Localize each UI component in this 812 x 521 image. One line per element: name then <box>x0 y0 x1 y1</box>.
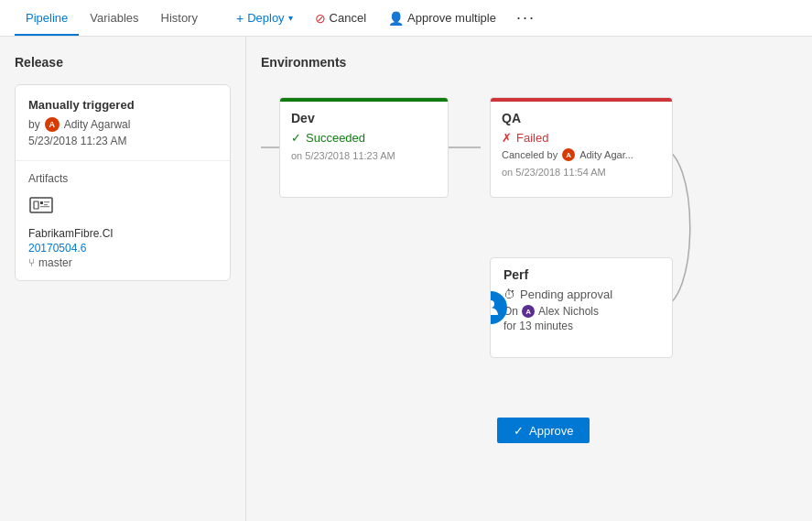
perf-approver: On A Alex Nichols <box>503 305 661 318</box>
svg-rect-2 <box>40 201 43 204</box>
cancel-button[interactable]: ⊘ Cancel <box>306 6 375 30</box>
artifact-branch: ⑂ master <box>28 256 217 269</box>
x-icon: ✗ <box>502 131 512 145</box>
svg-rect-3 <box>44 201 49 202</box>
release-title: Release <box>15 55 231 70</box>
qa-date: on 5/23/2018 11:54 AM <box>502 167 661 178</box>
top-nav: Pipeline Variables History + Deploy ▾ ⊘ … <box>0 0 812 37</box>
avatar-qa: A <box>562 148 575 161</box>
qa-status: ✗ Failed <box>502 131 661 145</box>
env-area: Dev ✓ Succeeded on 5/23/2018 11:23 AM QA <box>261 88 797 472</box>
by-label: by <box>28 118 40 131</box>
perf-status: ⏱ Pending approval <box>503 288 661 301</box>
chevron-down-icon: ▾ <box>288 13 293 23</box>
dev-name: Dev <box>291 111 437 125</box>
svg-rect-5 <box>40 206 49 207</box>
env-card-perf: Perf ⏱ Pending approval On A Alex Nichol… <box>490 257 673 358</box>
approve-button[interactable]: ✓ Approve <box>497 418 590 443</box>
perf-wait: for 13 minutes <box>503 320 661 332</box>
person-approval-icon <box>490 298 500 317</box>
nav-actions: + Deploy ▾ ⊘ Cancel 👤 Approve multiple ·… <box>227 5 543 31</box>
left-panel: Release Manually triggered by A Adity Ag… <box>0 37 245 521</box>
approve-check-icon: ✓ <box>514 424 524 438</box>
person-icon: 👤 <box>388 11 404 26</box>
deploy-button[interactable]: + Deploy ▾ <box>227 6 302 30</box>
dev-status: ✓ Succeeded <box>291 131 437 145</box>
right-panel: Environments Dev <box>246 37 812 521</box>
artifacts-label: Artifacts <box>28 172 217 185</box>
tab-variables[interactable]: Variables <box>79 2 149 36</box>
app-container: Pipeline Variables History + Deploy ▾ ⊘ … <box>0 0 812 521</box>
by-name: Adity Agarwal <box>64 118 131 131</box>
artifact-name: FabrikamFibre.CI <box>28 227 217 240</box>
release-card: Manually triggered by A Adity Agarwal 5/… <box>15 84 231 281</box>
svg-rect-1 <box>34 201 38 209</box>
env-card-qa: QA ✗ Failed Canceled by A Adity Agar... … <box>490 97 673 198</box>
nav-tabs: Pipeline Variables History <box>15 2 209 35</box>
tab-history[interactable]: History <box>150 2 209 36</box>
environments-title: Environments <box>261 55 797 70</box>
release-by-row: by A Adity Agarwal <box>28 117 217 132</box>
perf-name: Perf <box>503 267 661 282</box>
cancel-icon: ⊘ <box>315 11 326 26</box>
artifact-version[interactable]: 20170504.6 <box>28 242 217 255</box>
release-date: 5/23/2018 11:23 AM <box>28 135 217 147</box>
check-icon: ✓ <box>291 131 301 145</box>
artifact-icon <box>28 192 217 223</box>
branch-name: master <box>38 256 72 269</box>
avatar-agarwal: A <box>45 117 60 132</box>
env-card-dev: Dev ✓ Succeeded on 5/23/2018 11:23 AM <box>279 97 449 198</box>
svg-rect-4 <box>44 204 48 205</box>
plus-icon: + <box>236 11 244 26</box>
more-button[interactable]: ··· <box>509 5 543 31</box>
avatar-alex: A <box>522 305 535 318</box>
approve-multiple-button[interactable]: 👤 Approve multiple <box>379 6 505 30</box>
svg-point-7 <box>490 300 494 308</box>
branch-icon: ⑂ <box>28 256 35 269</box>
dev-date: on 5/23/2018 11:23 AM <box>291 150 437 161</box>
qa-name: QA <box>502 111 661 125</box>
qa-canceled-by: Canceled by A Adity Agar... <box>502 148 661 161</box>
release-trigger: Manually triggered <box>28 98 217 112</box>
tab-pipeline[interactable]: Pipeline <box>15 2 79 36</box>
main-content: Release Manually triggered by A Adity Ag… <box>0 37 812 521</box>
